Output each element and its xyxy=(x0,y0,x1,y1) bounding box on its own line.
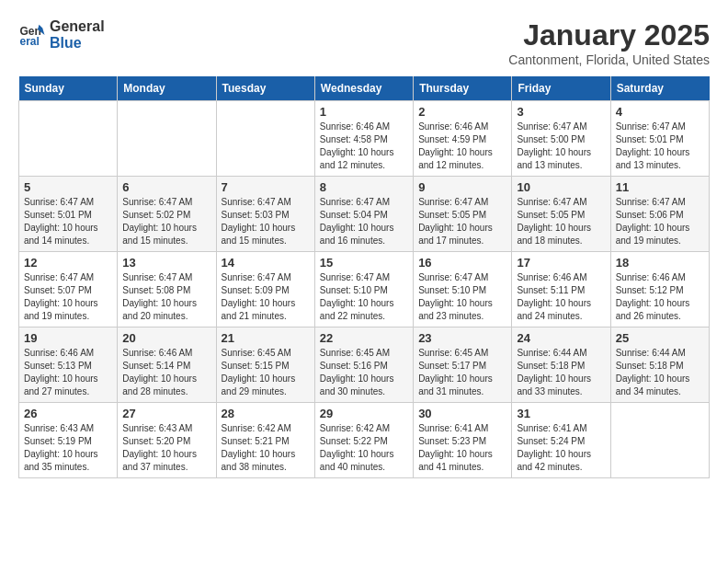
day-cell: 7Sunrise: 6:47 AMSunset: 5:03 PMDaylight… xyxy=(216,177,314,252)
day-number: 5 xyxy=(24,180,112,194)
day-cell: 26Sunrise: 6:43 AMSunset: 5:19 PMDayligh… xyxy=(19,403,118,478)
day-cell: 31Sunrise: 6:41 AMSunset: 5:24 PMDayligh… xyxy=(512,403,610,478)
day-cell: 20Sunrise: 6:46 AMSunset: 5:14 PMDayligh… xyxy=(118,327,216,403)
day-cell xyxy=(118,101,216,177)
day-info: Sunrise: 6:42 AMSunset: 5:22 PMDaylight:… xyxy=(320,422,408,474)
day-cell xyxy=(216,101,314,177)
day-info: Sunrise: 6:46 AMSunset: 4:59 PMDaylight:… xyxy=(418,121,506,172)
day-info: Sunrise: 6:47 AMSunset: 5:06 PMDaylight:… xyxy=(616,196,704,247)
day-number: 31 xyxy=(517,407,605,420)
svg-text:eral: eral xyxy=(20,35,40,48)
day-number: 25 xyxy=(616,331,704,345)
logo-text-blue: Blue xyxy=(50,35,105,52)
day-number: 6 xyxy=(122,180,210,194)
day-cell: 14Sunrise: 6:47 AMSunset: 5:09 PMDayligh… xyxy=(216,252,314,327)
weekday-header-sunday: Sunday xyxy=(19,76,118,101)
day-info: Sunrise: 6:45 AMSunset: 5:16 PMDaylight:… xyxy=(320,347,408,398)
day-cell: 23Sunrise: 6:45 AMSunset: 5:17 PMDayligh… xyxy=(414,327,512,403)
weekday-header-tuesday: Tuesday xyxy=(216,76,314,101)
day-cell: 13Sunrise: 6:47 AMSunset: 5:08 PMDayligh… xyxy=(118,252,216,327)
day-info: Sunrise: 6:47 AMSunset: 5:07 PMDaylight:… xyxy=(24,271,112,323)
day-info: Sunrise: 6:43 AMSunset: 5:20 PMDaylight:… xyxy=(122,422,210,474)
day-cell: 8Sunrise: 6:47 AMSunset: 5:04 PMDaylight… xyxy=(314,177,413,252)
day-number: 3 xyxy=(517,105,605,119)
day-number: 16 xyxy=(418,256,506,270)
day-info: Sunrise: 6:46 AMSunset: 5:14 PMDaylight:… xyxy=(122,347,210,398)
day-number: 28 xyxy=(222,407,310,420)
day-number: 15 xyxy=(320,256,408,270)
day-cell: 25Sunrise: 6:44 AMSunset: 5:18 PMDayligh… xyxy=(610,327,709,403)
day-info: Sunrise: 6:47 AMSunset: 5:08 PMDaylight:… xyxy=(122,271,210,323)
week-row-1: 1Sunrise: 6:46 AMSunset: 4:58 PMDaylight… xyxy=(19,101,710,177)
day-number: 13 xyxy=(122,256,210,270)
day-info: Sunrise: 6:41 AMSunset: 5:23 PMDaylight:… xyxy=(418,422,506,474)
day-cell xyxy=(610,403,709,478)
day-number: 12 xyxy=(24,256,112,270)
day-cell: 22Sunrise: 6:45 AMSunset: 5:16 PMDayligh… xyxy=(314,327,413,403)
day-info: Sunrise: 6:47 AMSunset: 5:01 PMDaylight:… xyxy=(616,121,704,172)
day-info: Sunrise: 6:47 AMSunset: 5:05 PMDaylight:… xyxy=(517,196,605,247)
day-info: Sunrise: 6:47 AMSunset: 5:00 PMDaylight:… xyxy=(517,121,605,172)
day-number: 27 xyxy=(122,407,210,420)
day-info: Sunrise: 6:46 AMSunset: 5:13 PMDaylight:… xyxy=(24,347,112,398)
day-info: Sunrise: 6:44 AMSunset: 5:18 PMDaylight:… xyxy=(517,347,605,398)
day-cell: 6Sunrise: 6:47 AMSunset: 5:02 PMDaylight… xyxy=(118,177,216,252)
month-title: January 2025 xyxy=(508,18,710,52)
day-info: Sunrise: 6:46 AMSunset: 5:11 PMDaylight:… xyxy=(517,271,605,323)
day-number: 18 xyxy=(616,256,704,270)
week-row-2: 5Sunrise: 6:47 AMSunset: 5:01 PMDaylight… xyxy=(19,177,710,252)
day-number: 2 xyxy=(418,105,506,119)
day-info: Sunrise: 6:47 AMSunset: 5:04 PMDaylight:… xyxy=(320,196,408,247)
day-info: Sunrise: 6:47 AMSunset: 5:09 PMDaylight:… xyxy=(222,271,310,323)
header-row: SundayMondayTuesdayWednesdayThursdayFrid… xyxy=(19,76,710,101)
day-info: Sunrise: 6:47 AMSunset: 5:03 PMDaylight:… xyxy=(222,196,310,247)
day-cell: 12Sunrise: 6:47 AMSunset: 5:07 PMDayligh… xyxy=(19,252,118,327)
day-info: Sunrise: 6:46 AMSunset: 4:58 PMDaylight:… xyxy=(320,121,408,172)
day-number: 24 xyxy=(517,331,605,345)
day-number: 20 xyxy=(122,331,210,345)
logo-text-general: General xyxy=(50,18,105,35)
day-cell: 15Sunrise: 6:47 AMSunset: 5:10 PMDayligh… xyxy=(314,252,413,327)
day-cell: 9Sunrise: 6:47 AMSunset: 5:05 PMDaylight… xyxy=(414,177,512,252)
day-info: Sunrise: 6:41 AMSunset: 5:24 PMDaylight:… xyxy=(517,422,605,474)
day-number: 10 xyxy=(517,180,605,194)
day-number: 26 xyxy=(24,407,112,420)
day-cell: 24Sunrise: 6:44 AMSunset: 5:18 PMDayligh… xyxy=(512,327,610,403)
day-number: 19 xyxy=(24,331,112,345)
weekday-header-wednesday: Wednesday xyxy=(314,76,413,101)
day-number: 1 xyxy=(320,105,408,119)
day-cell xyxy=(19,101,118,177)
day-info: Sunrise: 6:47 AMSunset: 5:01 PMDaylight:… xyxy=(24,196,112,247)
day-number: 4 xyxy=(616,105,704,119)
day-cell: 30Sunrise: 6:41 AMSunset: 5:23 PMDayligh… xyxy=(414,403,512,478)
day-number: 8 xyxy=(320,180,408,194)
day-number: 21 xyxy=(222,331,310,345)
week-row-5: 26Sunrise: 6:43 AMSunset: 5:19 PMDayligh… xyxy=(19,403,710,478)
day-info: Sunrise: 6:47 AMSunset: 5:10 PMDaylight:… xyxy=(418,271,506,323)
day-cell: 10Sunrise: 6:47 AMSunset: 5:05 PMDayligh… xyxy=(512,177,610,252)
day-number: 14 xyxy=(222,256,310,270)
day-cell: 27Sunrise: 6:43 AMSunset: 5:20 PMDayligh… xyxy=(118,403,216,478)
week-row-4: 19Sunrise: 6:46 AMSunset: 5:13 PMDayligh… xyxy=(19,327,710,403)
title-block: January 2025 Cantonment, Florida, United… xyxy=(508,18,710,67)
day-cell: 16Sunrise: 6:47 AMSunset: 5:10 PMDayligh… xyxy=(414,252,512,327)
day-cell: 1Sunrise: 6:46 AMSunset: 4:58 PMDaylight… xyxy=(314,101,413,177)
day-cell: 28Sunrise: 6:42 AMSunset: 5:21 PMDayligh… xyxy=(216,403,314,478)
page-header: Gen eral General Blue January 2025 Canto… xyxy=(18,18,710,67)
day-info: Sunrise: 6:45 AMSunset: 5:15 PMDaylight:… xyxy=(222,347,310,398)
day-number: 11 xyxy=(616,180,704,194)
day-info: Sunrise: 6:47 AMSunset: 5:05 PMDaylight:… xyxy=(418,196,506,247)
day-cell: 5Sunrise: 6:47 AMSunset: 5:01 PMDaylight… xyxy=(19,177,118,252)
day-cell: 17Sunrise: 6:46 AMSunset: 5:11 PMDayligh… xyxy=(512,252,610,327)
day-info: Sunrise: 6:47 AMSunset: 5:02 PMDaylight:… xyxy=(122,196,210,247)
day-cell: 21Sunrise: 6:45 AMSunset: 5:15 PMDayligh… xyxy=(216,327,314,403)
location: Cantonment, Florida, United States xyxy=(508,52,710,67)
weekday-header-friday: Friday xyxy=(512,76,610,101)
calendar-table: SundayMondayTuesdayWednesdayThursdayFrid… xyxy=(18,76,710,478)
day-info: Sunrise: 6:43 AMSunset: 5:19 PMDaylight:… xyxy=(24,422,112,474)
day-number: 9 xyxy=(418,180,506,194)
weekday-header-thursday: Thursday xyxy=(414,76,512,101)
day-info: Sunrise: 6:45 AMSunset: 5:17 PMDaylight:… xyxy=(418,347,506,398)
weekday-header-monday: Monday xyxy=(118,76,216,101)
weekday-header-saturday: Saturday xyxy=(610,76,709,101)
